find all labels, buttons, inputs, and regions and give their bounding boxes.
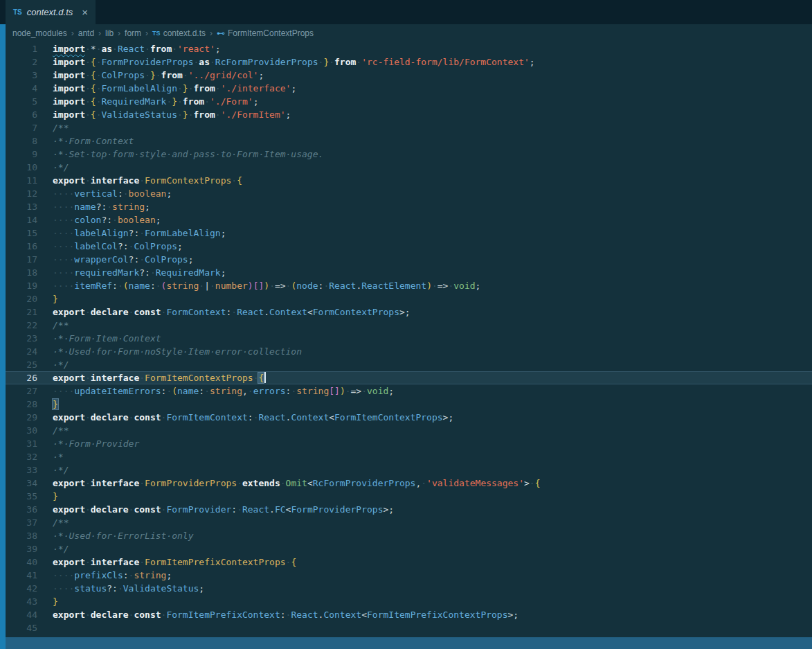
code-line[interactable]: 25·*/ [6, 358, 812, 371]
code-line[interactable]: 42····status?:·ValidateStatus; [6, 582, 812, 595]
line-number[interactable]: 8 [6, 134, 37, 148]
line-number[interactable]: 37 [6, 516, 37, 529]
line-number[interactable]: 1 [6, 42, 37, 55]
line-number[interactable]: 44 [6, 608, 37, 621]
tab-context-d-ts[interactable]: TS context.d.ts × [6, 0, 96, 24]
line-number[interactable]: 35 [6, 490, 37, 503]
breadcrumb-item-form[interactable]: form [125, 28, 141, 38]
code-line[interactable]: 16····labelCol?:·ColProps; [6, 240, 812, 253]
line-number[interactable]: 2 [6, 55, 37, 69]
line-number[interactable]: 28 [6, 398, 37, 411]
code-line[interactable]: 3import·{·ColProps·}·from·'../grid/col'; [6, 69, 812, 82]
line-number[interactable]: 34 [6, 477, 37, 490]
code-line[interactable]: 45 [6, 621, 812, 634]
line-number[interactable]: 41 [6, 569, 37, 582]
code-line[interactable]: 17····wrapperCol?:·ColProps; [6, 253, 812, 266]
line-number[interactable]: 18 [6, 266, 37, 279]
code-line[interactable]: 15····labelAlign?:·FormLabelAlign; [6, 226, 812, 240]
breadcrumb-item-file[interactable]: TS context.d.ts [152, 28, 206, 38]
breadcrumb-item-antd[interactable]: antd [78, 28, 94, 38]
line-number[interactable]: 36 [6, 503, 37, 516]
line-number[interactable]: 6 [6, 108, 37, 121]
line-number[interactable]: 22 [6, 319, 37, 332]
line-number[interactable]: 30 [6, 424, 37, 437]
code-line[interactable]: 13····name?:·string; [6, 200, 812, 213]
code-line[interactable]: 4import·{·FormLabelAlign·}·from·'./inter… [6, 82, 812, 95]
line-number[interactable]: 3 [6, 69, 37, 82]
code-line[interactable]: 30/** [6, 424, 812, 437]
line-number[interactable]: 7 [6, 121, 37, 134]
line-number[interactable]: 19 [6, 279, 37, 292]
line-number[interactable]: 21 [6, 305, 37, 319]
breadcrumb-item-lib[interactable]: lib [105, 28, 114, 38]
code-line[interactable]: 33·*/ [6, 463, 812, 477]
code-line[interactable]: 24·*·Used·for·Form·noStyle·Item·error·co… [6, 345, 812, 358]
code-line[interactable]: 28} [6, 398, 812, 411]
line-number[interactable]: 33 [6, 463, 37, 477]
breadcrumb-item-node-modules[interactable]: node_modules [12, 28, 67, 38]
code-line[interactable]: 36export·declare·const·FormProvider:·Rea… [6, 503, 812, 516]
line-number[interactable]: 12 [6, 187, 37, 200]
code-line[interactable]: 20} [6, 292, 812, 305]
line-number[interactable]: 42 [6, 582, 37, 595]
breadcrumb-item-symbol[interactable]: ⊷ FormItemContextProps [217, 28, 314, 38]
code-line[interactable]: 1import·*·as·React·from·'react'; [6, 42, 812, 55]
line-number[interactable]: 15 [6, 226, 37, 240]
line-number[interactable]: 25 [6, 358, 37, 371]
code-line[interactable]: 6import·{·ValidateStatus·}·from·'./FormI… [6, 108, 812, 121]
line-number[interactable]: 16 [6, 240, 37, 253]
line-number[interactable]: 38 [6, 529, 37, 542]
editor[interactable]: 1import·*·as·React·from·'react';2import·… [6, 42, 812, 637]
line-number[interactable]: 13 [6, 200, 37, 213]
token-cm: ·* [53, 452, 64, 462]
code-line[interactable]: 5import·{·RequiredMark·}·from·'./Form'; [6, 95, 812, 108]
line-number[interactable]: 9 [6, 148, 37, 161]
code-line[interactable]: 9·*·Set·top·form·style·and·pass·to·Form·… [6, 148, 812, 161]
line-number[interactable]: 20 [6, 292, 37, 305]
line-number[interactable]: 29 [6, 411, 37, 424]
code-line[interactable]: 18····requiredMark?:·RequiredMark; [6, 266, 812, 279]
code-line[interactable]: 39·*/ [6, 542, 812, 555]
line-number[interactable]: 11 [6, 174, 37, 187]
code-line[interactable]: 31·*·Form·Provider [6, 437, 812, 450]
code-line[interactable]: 12····vertical:·boolean; [6, 187, 812, 200]
code-line[interactable]: 32·* [6, 450, 812, 463]
code-line[interactable]: 26export·interface·FormItemContextProps·… [6, 371, 812, 384]
code-line[interactable]: 34export·interface·FormProviderProps·ext… [6, 477, 812, 490]
code-line[interactable]: 27····updateItemErrors:·(name:·string,·e… [6, 384, 812, 398]
code-line[interactable]: 10·*/ [6, 161, 812, 174]
line-number[interactable]: 26 [6, 371, 37, 384]
line-number[interactable]: 10 [6, 161, 37, 174]
code-line[interactable]: 40export·interface·FormItemPrefixContext… [6, 555, 812, 569]
code-line[interactable]: 14····colon?:·boolean; [6, 213, 812, 226]
code-line[interactable]: 38·*·Used·for·ErrorList·only [6, 529, 812, 542]
line-number[interactable]: 14 [6, 213, 37, 226]
code-line[interactable]: 19····itemRef:·(name:·(string·|·number)[… [6, 279, 812, 292]
code-line[interactable]: 44export·declare·const·FormItemPrefixCon… [6, 608, 812, 621]
line-number[interactable]: 24 [6, 345, 37, 358]
line-number[interactable]: 17 [6, 253, 37, 266]
line-number[interactable]: 23 [6, 332, 37, 345]
code-line[interactable]: 43} [6, 595, 812, 608]
line-number[interactable]: 5 [6, 95, 37, 108]
code-line[interactable]: 11export·interface·FormContextProps·{ [6, 174, 812, 187]
code-line[interactable]: 35} [6, 490, 812, 503]
line-number[interactable]: 43 [6, 595, 37, 608]
line-number[interactable]: 40 [6, 555, 37, 569]
line-number[interactable]: 39 [6, 542, 37, 555]
code-line[interactable]: 29export·declare·const·FormItemContext:·… [6, 411, 812, 424]
line-number[interactable]: 32 [6, 450, 37, 463]
code-line[interactable]: 37/** [6, 516, 812, 529]
line-number[interactable]: 4 [6, 82, 37, 95]
line-number[interactable]: 27 [6, 384, 37, 398]
code-line[interactable]: 2import·{·FormProviderProps·as·RcFormPro… [6, 55, 812, 69]
code-line[interactable]: 23·*·Form·Item·Context [6, 332, 812, 345]
line-number[interactable]: 45 [6, 621, 37, 634]
code-line[interactable]: 8·*·Form·Context [6, 134, 812, 148]
code-line[interactable]: 41····prefixCls:·string; [6, 569, 812, 582]
close-icon[interactable]: × [82, 7, 88, 17]
code-line[interactable]: 7/** [6, 121, 812, 134]
line-number[interactable]: 31 [6, 437, 37, 450]
code-line[interactable]: 22/** [6, 319, 812, 332]
code-line[interactable]: 21export·declare·const·FormContext:·Reac… [6, 305, 812, 319]
